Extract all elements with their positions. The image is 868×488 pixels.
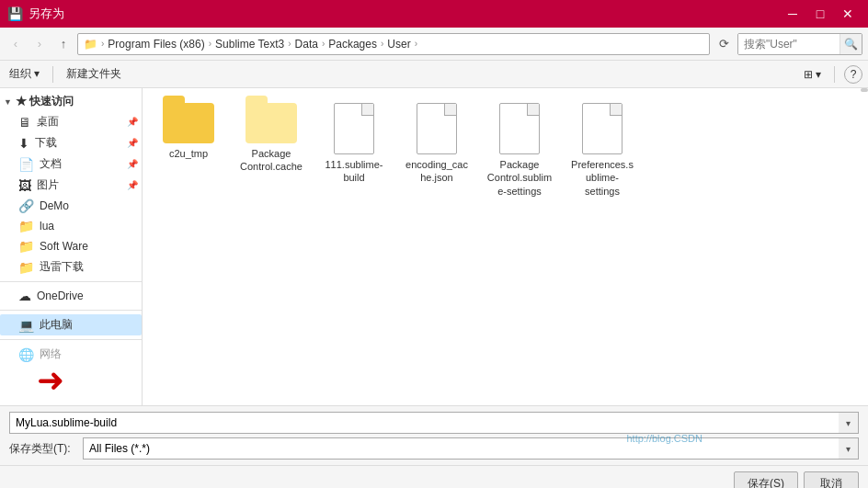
file-item-package-control-settings[interactable]: Package Control.sublime-settings [483,97,556,203]
new-folder-button[interactable]: 新建文件夹 [63,64,125,84]
quick-access-label: ★ 快速访问 [16,94,74,109]
breadcrumb-item-1[interactable]: Sublime Text3 [215,38,284,51]
files-grid: c2u_tmp Package Control.cache 111.sublim… [152,97,859,203]
pin-icon-3: 📌 [127,159,138,169]
sidebar-item-documents[interactable]: 📄 文档 📌 [0,153,142,175]
file-item-preferences-settings[interactable]: Preferences.sublime-settings [565,97,639,203]
filetype-select-wrap: All Files (*.*) ▾ [83,437,859,460]
file-item-c2u-tmp[interactable]: c2u_tmp [152,97,225,203]
help-button[interactable]: ? [844,65,862,84]
filename-input-wrap: ▾ [9,412,859,434]
filetype-dropdown-icon: ▾ [839,437,859,460]
maximize-button[interactable]: □ [807,5,833,23]
sidebar-item-desktop-label: 桌面 [37,114,59,130]
sidebar-item-lua-label: lua [40,220,54,233]
bottom-bar: ▾ 保存类型(T): All Files (*.*) ▾ [0,405,868,465]
quick-access-header[interactable]: ▼ ★ 快速访问 [0,92,142,111]
sidebar-item-desktop[interactable]: 🖥 桌面 📌 [0,111,142,132]
lua-folder-icon: 📁 [18,219,34,233]
folder-icon-c2u-tmp [163,103,214,143]
address-toolbar: ‹ › ↑ 📁 › Program Files (x86) › Sublime … [0,28,868,61]
filename-input[interactable] [9,412,859,434]
pin-icon-4: 📌 [127,180,138,190]
close-button[interactable]: ✕ [835,5,861,23]
file-icon-111-sublime-build [334,103,374,154]
sidebar-item-pictures[interactable]: 🖼 图片 📌 [0,175,142,196]
sidebar-item-thunder-label: 迅雷下载 [40,259,84,275]
file-name-package-control-settings: Package Control.sublime-settings [486,158,553,198]
documents-icon: 📄 [18,157,34,172]
file-item-encoding-cache[interactable]: encoding_cache.json [400,97,474,203]
file-item-111-sublime-build[interactable]: 111.sublime-build [317,97,391,203]
filename-row: ▾ [9,412,859,434]
file-name-encoding-cache: encoding_cache.json [404,158,470,185]
filetype-label: 保存类型(T): [9,441,83,457]
demo-icon: 🔗 [18,199,34,213]
titlebar: 💾 另存为 ─ □ ✕ [0,0,868,28]
back-button[interactable]: ‹ [6,34,26,54]
save-button[interactable]: 保存(S) [734,471,798,488]
main-area: ▼ ★ 快速访问 🖥 桌面 📌 ⬇ 下载 📌 📄 文档 📌 🖼 图片 📌 🔗 D… [0,88,868,405]
cancel-button[interactable]: 取消 [804,471,859,488]
network-icon: 🌐 [18,347,34,362]
sidebar-item-demo-label: DeMo [40,199,69,212]
file-name-package-control-cache: Package Control.cache [238,147,304,174]
pin-icon: 📌 [127,117,138,127]
filetype-row: 保存类型(T): All Files (*.*) ▾ [9,437,859,460]
forward-button[interactable]: › [29,34,50,54]
download-icon: ⬇ [18,136,29,151]
file-name-c2u-tmp: c2u_tmp [169,147,208,160]
view-button[interactable]: ⊞ ▾ [800,66,825,83]
breadcrumb-item-0[interactable]: Program Files (x86) [108,38,204,51]
sidebar-item-pictures-label: 图片 [37,177,59,193]
pictures-icon: 🖼 [18,178,31,193]
sidebar-divider-2 [0,310,142,311]
up-button[interactable]: ↑ [53,34,74,54]
sidebar-item-documents-label: 文档 [40,156,62,172]
desktop-icon: 🖥 [18,115,31,130]
breadcrumb-item-2[interactable]: Data [295,38,318,51]
file-item-package-control-cache[interactable]: Package Control.cache [234,97,308,203]
this-pc-icon: 💻 [18,318,34,333]
sidebar-item-this-pc[interactable]: 💻 此电脑 [0,314,142,335]
sidebar-item-onedrive-label: OneDrive [37,289,84,302]
sidebar-item-lua[interactable]: 📁 lua [0,216,142,236]
pin-icon-2: 📌 [127,138,138,148]
sidebar-item-downloads[interactable]: ⬇ 下载 📌 [0,132,142,153]
breadcrumb-item-3[interactable]: Packages [328,38,377,51]
quick-access-chevron: ▼ [4,97,12,107]
sidebar-item-software-label: Soft Ware [40,240,88,253]
minimize-button[interactable]: ─ [780,5,805,23]
sidebar-divider-3 [0,339,142,340]
sidebar-divider-1 [0,281,142,282]
file-name-111-sublime-build: 111.sublime-build [321,158,387,185]
organize-button[interactable]: 组织 ▾ [6,64,43,84]
filetype-select[interactable]: All Files (*.*) [83,437,859,460]
titlebar-title: 另存为 [29,6,780,22]
secondary-toolbar: 组织 ▾ 新建文件夹 ⊞ ▾ ? [0,61,868,88]
filename-dropdown-button[interactable]: ▾ [839,412,859,434]
breadcrumb[interactable]: 📁 › Program Files (x86) › Sublime Text3 … [77,33,710,55]
file-icon-encoding-cache [417,103,457,154]
action-row: 保存(S) 取消 [0,465,868,488]
search-bar: 🔍 [737,33,862,55]
sidebar-item-network[interactable]: 🌐 网络 [0,344,142,365]
software-icon: 📁 [18,239,34,254]
file-icon-package-control-settings [499,103,540,154]
file-name-preferences-settings: Preferences.sublime-settings [569,158,635,198]
sidebar-item-onedrive[interactable]: ☁ OneDrive [0,286,142,306]
sidebar-item-downloads-label: 下载 [35,135,57,151]
sidebar-item-demo[interactable]: 🔗 DeMo [0,196,142,216]
search-input[interactable] [738,34,839,54]
breadcrumb-item-4[interactable]: User [387,38,410,51]
search-button[interactable]: 🔍 [839,34,862,54]
sidebar-item-network-label: 网络 [40,346,62,362]
folder-icon-package-control [246,103,297,143]
thunder-icon: 📁 [18,260,34,275]
breadcrumb-folder-icon: 📁 [84,38,97,51]
sidebar-item-software[interactable]: 📁 Soft Ware [0,236,142,256]
sidebar-item-thunder[interactable]: 📁 迅雷下载 [0,256,142,278]
toolbar-separator-2 [834,66,835,83]
file-area: c2u_tmp Package Control.cache 111.sublim… [143,88,868,405]
refresh-button[interactable]: ⟳ [714,34,734,54]
